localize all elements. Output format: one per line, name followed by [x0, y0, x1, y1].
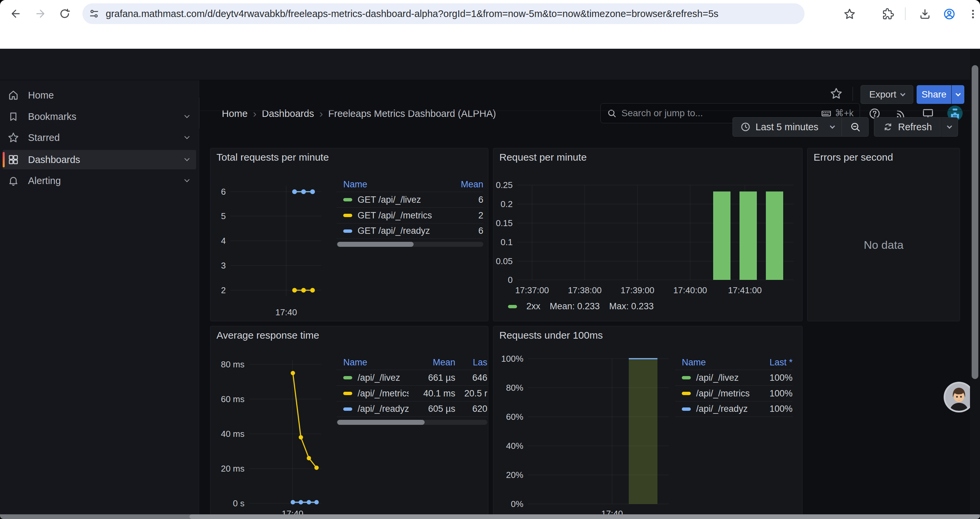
legend-row: GET /api/_/metrics2: [337, 208, 483, 223]
svg-text:17:39:00: 17:39:00: [620, 285, 654, 295]
series-name[interactable]: GET /api/_/metrics: [358, 211, 447, 221]
svg-text:60%: 60%: [506, 412, 523, 422]
series-name[interactable]: /api/_/readyz: [696, 404, 756, 414]
legend-row: /api/_/livez100%: [675, 370, 792, 385]
downloads-icon[interactable]: [918, 7, 932, 21]
series-color-pill: [343, 407, 352, 411]
url-text[interactable]: grafana.mathmast.com/d/deytv4rwavabkb/fr…: [106, 8, 719, 19]
legend-header: NameLast *: [675, 355, 792, 370]
no-data-message: No data: [808, 238, 960, 251]
sidebar-item-alerting[interactable]: Alerting: [3, 171, 196, 190]
series-color-pill: [682, 407, 691, 411]
reload-button[interactable]: [58, 7, 72, 21]
svg-text:100%: 100%: [501, 354, 524, 364]
browser-window: grafana.mathmast.com/d/deytv4rwavabkb/fr…: [0, 0, 980, 519]
export-button[interactable]: Export: [861, 85, 913, 104]
panel-request-per-minute: Request per minute 0.250.20.150.10.05017…: [493, 148, 803, 321]
time-picker-group: Last 5 minutes: [732, 117, 869, 137]
back-button[interactable]: [9, 7, 22, 21]
series-name[interactable]: 2xx: [527, 301, 540, 311]
legend-scrollbar[interactable]: [337, 420, 487, 425]
address-bar[interactable]: grafana.mathmast.com/d/deytv4rwavabkb/fr…: [83, 3, 805, 24]
legend-scrollbar[interactable]: [337, 242, 483, 247]
svg-text:20%: 20%: [506, 470, 523, 480]
horizontal-scrollbar-thumb[interactable]: [189, 514, 980, 519]
series-color-pill: [343, 214, 352, 217]
series-color-pill: [343, 198, 352, 201]
series-color-pill: [343, 376, 352, 379]
chevron-down-icon: [185, 178, 189, 184]
series-name[interactable]: /api/_/metrics: [696, 388, 756, 399]
svg-text:80 ms: 80 ms: [221, 359, 245, 369]
chevron-down-icon: [185, 156, 189, 163]
series-name[interactable]: /api/_/livez: [696, 373, 756, 383]
svg-text:40%: 40%: [506, 441, 523, 451]
dashboards-icon: [3, 154, 24, 165]
toolbar-divider: [905, 7, 905, 20]
refresh-interval-dropdown[interactable]: [941, 117, 958, 137]
legend-row: /api/_/readyz605 µs620: [337, 401, 487, 417]
series-mean: Mean: 0.233: [550, 301, 600, 311]
series-name[interactable]: GET /api/_/readyz: [358, 226, 447, 236]
refresh-button[interactable]: Refresh: [874, 117, 941, 137]
chevron-down-icon: [830, 123, 835, 129]
share-dropdown-button[interactable]: [951, 85, 964, 104]
series-color-pill: [343, 392, 352, 395]
svg-text:40 ms: 40 ms: [221, 429, 245, 439]
bookmark-star-icon[interactable]: [842, 7, 857, 21]
time-range-button[interactable]: Last 5 minutes: [732, 117, 842, 137]
panel-average-response-time: Average response time 80 ms60 ms40 ms20 …: [210, 326, 488, 519]
series-color-pill: [343, 230, 352, 233]
series-mean: 40.1 ms: [409, 388, 455, 399]
chevron-down-icon: [185, 134, 189, 141]
share-split-button: Share: [916, 85, 964, 104]
browser-menu-icon[interactable]: [966, 7, 980, 21]
bar-chart: 0.250.20.150.10.05017:37:0017:38:0017:39…: [493, 148, 803, 321]
grafana-top-nav: Grafana Home › Dashboards › Freeleaps Me…: [0, 49, 980, 80]
sidebar-nav: HomeBookmarksStarredDashboardsAlerting: [0, 80, 199, 514]
series-mean: 6: [447, 195, 483, 205]
alerting-icon: [3, 175, 24, 186]
legend-row: GET /api/_/livez6: [337, 192, 483, 208]
svg-text:5: 5: [221, 211, 226, 221]
svg-text:0: 0: [508, 275, 513, 285]
legend-row: /api/_/metrics40.1 ms20.5 r: [337, 385, 487, 401]
site-settings-icon[interactable]: [83, 8, 106, 19]
panel-title[interactable]: Errors per second: [813, 152, 893, 163]
svg-text:0 s: 0 s: [233, 498, 245, 508]
share-button[interactable]: Share: [916, 85, 951, 104]
sidebar-item-home[interactable]: Home: [3, 86, 196, 105]
chevron-down-icon: [955, 91, 961, 96]
sidebar-item-bookmarks[interactable]: Bookmarks: [3, 107, 196, 126]
refresh-icon: [883, 121, 893, 132]
series-name[interactable]: /api/_/readyz: [358, 404, 409, 414]
svg-text:0%: 0%: [511, 499, 523, 509]
series-max: Max: 0.233: [609, 301, 654, 311]
sidebar-item-dashboards[interactable]: Dashboards: [3, 150, 196, 169]
svg-text:17:41:00: 17:41:00: [728, 285, 762, 295]
series-color-pill: [508, 305, 517, 308]
legend-row: /api/_/readyz100%: [675, 401, 792, 417]
favorite-star-icon[interactable]: [829, 86, 843, 101]
series-name[interactable]: /api/_/livez: [358, 373, 409, 383]
series-name[interactable]: /api/_/metrics: [358, 388, 409, 399]
export-label: Export: [869, 89, 896, 100]
home-icon: [3, 89, 24, 101]
forward-button[interactable]: [34, 7, 47, 21]
sidebar-item-starred[interactable]: Starred: [3, 128, 196, 147]
refresh-group: Refresh: [874, 117, 958, 137]
time-controls-row: Last 5 minutes Refresh: [199, 111, 970, 145]
vertical-scrollbar-thumb[interactable]: [972, 65, 978, 379]
svg-text:0.05: 0.05: [496, 256, 513, 266]
dashboard-actions-row: Export Share: [199, 80, 970, 111]
clock-icon: [740, 121, 751, 132]
zoom-out-time-button[interactable]: [842, 117, 869, 137]
legend-header: NameMeanLas: [337, 355, 487, 370]
legend-header: NameMean: [337, 177, 483, 192]
profile-icon[interactable]: [942, 7, 957, 21]
series-last: 100%: [756, 373, 792, 383]
series-name[interactable]: GET /api/_/livez: [358, 195, 447, 205]
legend-table: NameLast */api/_/livez100%/api/_/metrics…: [675, 355, 792, 417]
svg-text:17:40: 17:40: [275, 307, 297, 317]
extensions-icon[interactable]: [881, 7, 895, 21]
